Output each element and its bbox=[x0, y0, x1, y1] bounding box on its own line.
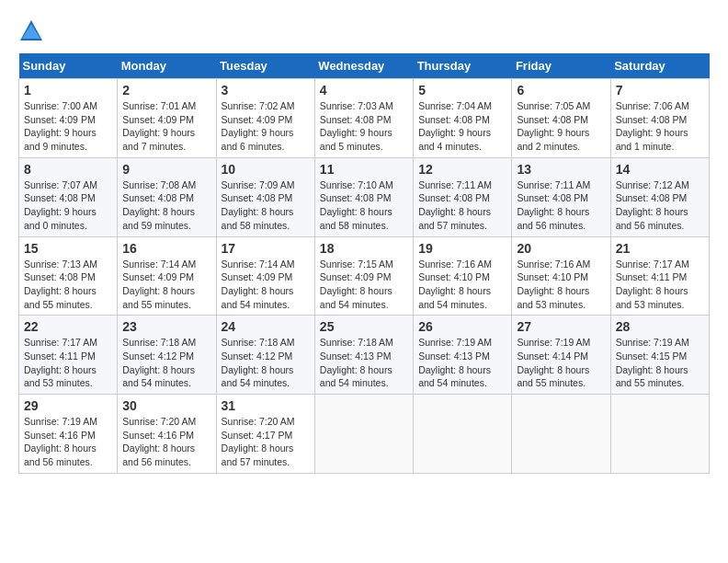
day-cell: 23Sunrise: 7:18 AMSunset: 4:12 PMDayligh… bbox=[118, 316, 216, 395]
day-number: 19 bbox=[418, 241, 506, 256]
day-cell: 16Sunrise: 7:14 AMSunset: 4:09 PMDayligh… bbox=[118, 236, 216, 316]
day-detail: Sunrise: 7:15 AMSunset: 4:09 PMDaylight:… bbox=[320, 258, 408, 312]
day-number: 27 bbox=[517, 319, 605, 334]
day-cell bbox=[314, 395, 413, 474]
day-number: 28 bbox=[616, 319, 704, 334]
day-cell: 31Sunrise: 7:20 AMSunset: 4:17 PMDayligh… bbox=[216, 395, 314, 474]
week-row-2: 8Sunrise: 7:07 AMSunset: 4:08 PMDaylight… bbox=[19, 157, 710, 236]
day-detail: Sunrise: 7:08 AMSunset: 4:08 PMDaylight:… bbox=[122, 178, 210, 233]
day-number: 5 bbox=[418, 83, 506, 98]
day-cell bbox=[610, 395, 709, 474]
day-detail: Sunrise: 7:11 AMSunset: 4:08 PMDaylight:… bbox=[418, 178, 506, 233]
day-detail: Sunrise: 7:19 AMSunset: 4:15 PMDaylight:… bbox=[616, 336, 704, 390]
day-number: 13 bbox=[517, 162, 605, 177]
weekday-header-thursday: Thursday bbox=[414, 53, 512, 79]
day-number: 25 bbox=[320, 319, 408, 334]
weekday-header-monday: Monday bbox=[118, 53, 216, 79]
day-cell: 3Sunrise: 7:02 AMSunset: 4:09 PMDaylight… bbox=[216, 79, 314, 158]
day-number: 26 bbox=[418, 319, 506, 334]
day-number: 8 bbox=[24, 162, 112, 177]
day-detail: Sunrise: 7:02 AMSunset: 4:09 PMDaylight:… bbox=[222, 99, 310, 154]
day-detail: Sunrise: 7:09 AMSunset: 4:08 PMDaylight:… bbox=[222, 178, 310, 233]
day-cell: 6Sunrise: 7:05 AMSunset: 4:08 PMDaylight… bbox=[512, 79, 610, 158]
day-number: 4 bbox=[320, 83, 408, 98]
day-cell bbox=[414, 395, 512, 474]
weekday-header-tuesday: Tuesday bbox=[216, 53, 314, 79]
day-detail: Sunrise: 7:16 AMSunset: 4:10 PMDaylight:… bbox=[517, 258, 605, 312]
day-cell: 12Sunrise: 7:11 AMSunset: 4:08 PMDayligh… bbox=[414, 157, 512, 236]
day-number: 6 bbox=[517, 83, 605, 98]
day-cell: 27Sunrise: 7:19 AMSunset: 4:14 PMDayligh… bbox=[512, 316, 610, 395]
day-cell: 25Sunrise: 7:18 AMSunset: 4:13 PMDayligh… bbox=[314, 316, 413, 395]
day-detail: Sunrise: 7:17 AMSunset: 4:11 PMDaylight:… bbox=[616, 258, 704, 312]
week-row-1: 1Sunrise: 7:00 AMSunset: 4:09 PMDaylight… bbox=[19, 79, 710, 158]
day-cell bbox=[512, 395, 610, 474]
day-detail: Sunrise: 7:13 AMSunset: 4:08 PMDaylight:… bbox=[24, 258, 112, 312]
day-cell: 15Sunrise: 7:13 AMSunset: 4:08 PMDayligh… bbox=[19, 236, 118, 316]
day-number: 31 bbox=[222, 398, 310, 413]
day-cell: 2Sunrise: 7:01 AMSunset: 4:09 PMDaylight… bbox=[118, 79, 216, 158]
day-cell: 24Sunrise: 7:18 AMSunset: 4:12 PMDayligh… bbox=[216, 316, 314, 395]
day-number: 7 bbox=[616, 83, 704, 98]
day-cell: 18Sunrise: 7:15 AMSunset: 4:09 PMDayligh… bbox=[314, 236, 413, 316]
day-number: 23 bbox=[122, 319, 210, 334]
day-number: 14 bbox=[616, 162, 704, 177]
day-cell: 7Sunrise: 7:06 AMSunset: 4:08 PMDaylight… bbox=[610, 79, 709, 158]
day-cell: 9Sunrise: 7:08 AMSunset: 4:08 PMDaylight… bbox=[118, 157, 216, 236]
day-detail: Sunrise: 7:20 AMSunset: 4:17 PMDaylight:… bbox=[222, 415, 310, 469]
day-number: 15 bbox=[24, 241, 112, 256]
day-number: 3 bbox=[222, 83, 310, 98]
day-cell: 13Sunrise: 7:11 AMSunset: 4:08 PMDayligh… bbox=[512, 157, 610, 236]
page-container: SundayMondayTuesdayWednesdayThursdayFrid… bbox=[18, 18, 710, 474]
day-detail: Sunrise: 7:18 AMSunset: 4:13 PMDaylight:… bbox=[320, 336, 408, 390]
day-number: 20 bbox=[517, 241, 605, 256]
day-number: 24 bbox=[222, 319, 310, 334]
day-cell: 19Sunrise: 7:16 AMSunset: 4:10 PMDayligh… bbox=[414, 236, 512, 316]
day-detail: Sunrise: 7:14 AMSunset: 4:09 PMDaylight:… bbox=[222, 258, 310, 312]
day-detail: Sunrise: 7:12 AMSunset: 4:08 PMDaylight:… bbox=[616, 178, 704, 233]
day-detail: Sunrise: 7:05 AMSunset: 4:08 PMDaylight:… bbox=[517, 99, 605, 154]
day-cell: 10Sunrise: 7:09 AMSunset: 4:08 PMDayligh… bbox=[216, 157, 314, 236]
day-number: 18 bbox=[320, 241, 408, 256]
week-row-5: 29Sunrise: 7:19 AMSunset: 4:16 PMDayligh… bbox=[19, 395, 710, 474]
calendar-table: SundayMondayTuesdayWednesdayThursdayFrid… bbox=[18, 53, 710, 474]
day-detail: Sunrise: 7:06 AMSunset: 4:08 PMDaylight:… bbox=[616, 99, 704, 154]
day-cell: 17Sunrise: 7:14 AMSunset: 4:09 PMDayligh… bbox=[216, 236, 314, 316]
day-number: 10 bbox=[222, 162, 310, 177]
svg-marker-1 bbox=[22, 24, 40, 39]
day-detail: Sunrise: 7:20 AMSunset: 4:16 PMDaylight:… bbox=[122, 415, 210, 469]
day-detail: Sunrise: 7:11 AMSunset: 4:08 PMDaylight:… bbox=[517, 178, 605, 233]
day-number: 12 bbox=[418, 162, 506, 177]
day-detail: Sunrise: 7:04 AMSunset: 4:08 PMDaylight:… bbox=[418, 99, 506, 154]
weekday-header-saturday: Saturday bbox=[610, 53, 709, 79]
day-number: 1 bbox=[24, 83, 112, 98]
day-cell: 22Sunrise: 7:17 AMSunset: 4:11 PMDayligh… bbox=[19, 316, 118, 395]
header bbox=[18, 18, 710, 44]
day-cell: 20Sunrise: 7:16 AMSunset: 4:10 PMDayligh… bbox=[512, 236, 610, 316]
day-number: 17 bbox=[222, 241, 310, 256]
day-detail: Sunrise: 7:07 AMSunset: 4:08 PMDaylight:… bbox=[24, 178, 112, 233]
day-cell: 21Sunrise: 7:17 AMSunset: 4:11 PMDayligh… bbox=[610, 236, 709, 316]
day-detail: Sunrise: 7:14 AMSunset: 4:09 PMDaylight:… bbox=[122, 258, 210, 312]
day-number: 29 bbox=[24, 398, 112, 413]
weekday-header-sunday: Sunday bbox=[19, 53, 118, 79]
day-number: 11 bbox=[320, 162, 408, 177]
day-cell: 14Sunrise: 7:12 AMSunset: 4:08 PMDayligh… bbox=[610, 157, 709, 236]
day-number: 16 bbox=[122, 241, 210, 256]
day-cell: 1Sunrise: 7:00 AMSunset: 4:09 PMDaylight… bbox=[19, 79, 118, 158]
day-detail: Sunrise: 7:19 AMSunset: 4:13 PMDaylight:… bbox=[418, 336, 506, 390]
day-detail: Sunrise: 7:17 AMSunset: 4:11 PMDaylight:… bbox=[24, 336, 112, 390]
day-detail: Sunrise: 7:18 AMSunset: 4:12 PMDaylight:… bbox=[222, 336, 310, 390]
weekday-header-friday: Friday bbox=[512, 53, 610, 79]
day-detail: Sunrise: 7:01 AMSunset: 4:09 PMDaylight:… bbox=[122, 99, 210, 154]
weekday-header-row: SundayMondayTuesdayWednesdayThursdayFrid… bbox=[19, 53, 710, 79]
day-cell: 5Sunrise: 7:04 AMSunset: 4:08 PMDaylight… bbox=[414, 79, 512, 158]
day-number: 2 bbox=[122, 83, 210, 98]
day-detail: Sunrise: 7:19 AMSunset: 4:14 PMDaylight:… bbox=[517, 336, 605, 390]
day-number: 30 bbox=[122, 398, 210, 413]
day-detail: Sunrise: 7:03 AMSunset: 4:08 PMDaylight:… bbox=[320, 99, 408, 154]
weekday-header-wednesday: Wednesday bbox=[314, 53, 413, 79]
day-cell: 29Sunrise: 7:19 AMSunset: 4:16 PMDayligh… bbox=[19, 395, 118, 474]
day-number: 21 bbox=[616, 241, 704, 256]
logo-icon bbox=[18, 18, 44, 44]
